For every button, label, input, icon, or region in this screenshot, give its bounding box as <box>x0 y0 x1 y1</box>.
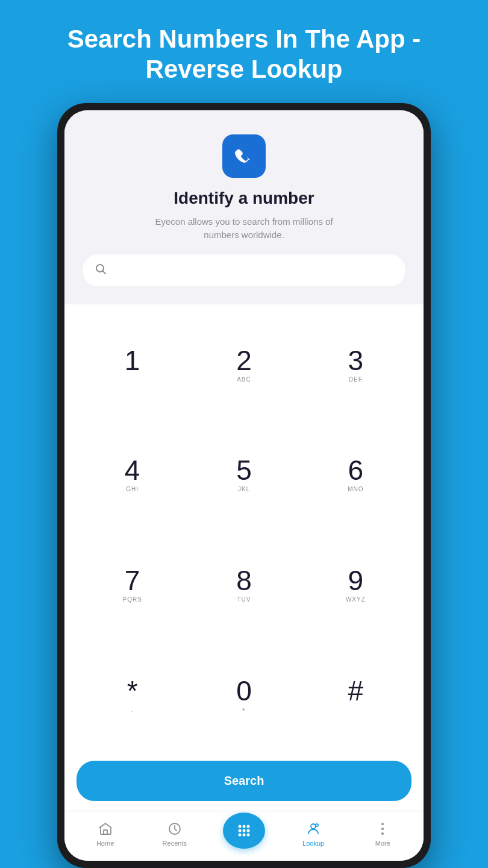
page-header: Search Numbers In The App - Reverse Look… <box>0 0 488 103</box>
dial-letters-8: TUV <box>237 596 251 605</box>
nav-item-lookup[interactable]: Lookup <box>292 821 334 847</box>
nav-item-dialpad-fab[interactable] <box>223 813 265 849</box>
dial-key-*[interactable]: *. <box>77 641 188 751</box>
dial-key-6[interactable]: 6MNO <box>300 421 411 531</box>
recents-label: Recents <box>163 840 187 847</box>
home-icon <box>98 821 113 837</box>
nav-item-recents[interactable]: Recents <box>154 821 196 847</box>
svg-rect-2 <box>104 830 107 834</box>
nav-item-home[interactable]: Home <box>84 821 127 847</box>
dial-key-7[interactable]: 7PQRS <box>77 530 188 641</box>
dial-number-9: 9 <box>348 567 364 594</box>
dial-letters-6: MNO <box>348 486 363 494</box>
dial-letters-5: JKL <box>238 486 250 494</box>
dial-number-2: 2 <box>236 347 252 374</box>
dial-number-8: 8 <box>236 567 252 594</box>
dial-key-4[interactable]: 4GHI <box>77 421 188 531</box>
dialpad-grid: 12ABC3DEF4GHI5JKL6MNO7PQRS8TUV9WXYZ*.0+# <box>77 310 411 751</box>
dial-number-5: 5 <box>236 456 252 484</box>
dial-key-2[interactable]: 2ABC <box>188 310 299 421</box>
dial-number-4: 4 <box>125 456 140 484</box>
app-icon <box>222 134 266 178</box>
more-label: More <box>375 840 390 847</box>
identify-subtitle: Eyecon allows you to search from million… <box>142 215 346 242</box>
svg-point-12 <box>246 834 249 837</box>
dial-key-5[interactable]: 5JKL <box>188 421 299 531</box>
dialpad-section: 12ABC3DEF4GHI5JKL6MNO7PQRS8TUV9WXYZ*.0+#… <box>64 304 424 811</box>
phone-screen: Identify a number Eyecon allows you to s… <box>64 110 424 861</box>
dial-letters-3: DEF <box>349 376 363 385</box>
dial-number-1: 1 <box>125 347 140 374</box>
dial-letters-*: . <box>131 706 134 715</box>
dial-letters-4: GHI <box>126 486 139 494</box>
dial-number-3: 3 <box>348 347 364 374</box>
screen-top: Identify a number Eyecon allows you to s… <box>64 110 424 304</box>
search-icon <box>95 263 107 278</box>
svg-point-10 <box>238 834 241 837</box>
dial-number-#: # <box>348 677 364 705</box>
dial-letters-9: WXYZ <box>346 596 366 605</box>
more-icon <box>375 821 390 837</box>
svg-point-8 <box>242 829 245 832</box>
identify-title: Identify a number <box>174 189 314 208</box>
dial-letters-2: ABC <box>237 376 251 385</box>
nav-item-more[interactable]: More <box>361 821 404 847</box>
dial-letters-0: + <box>242 706 246 715</box>
dial-number-0: 0 <box>236 677 252 705</box>
svg-point-4 <box>238 825 241 828</box>
search-button[interactable]: Search <box>77 761 411 801</box>
dial-number-7: 7 <box>125 567 140 594</box>
search-input[interactable] <box>113 264 393 277</box>
recents-icon <box>167 821 183 837</box>
dial-key-3[interactable]: 3DEF <box>300 310 411 421</box>
dialpad-fab-icon <box>235 822 253 840</box>
lookup-icon <box>305 821 321 837</box>
home-label: Home <box>96 840 114 847</box>
svg-point-9 <box>246 829 249 832</box>
svg-point-11 <box>242 834 245 837</box>
dial-key-9[interactable]: 9WXYZ <box>300 530 411 641</box>
svg-point-5 <box>242 825 245 828</box>
dial-letters-7: PQRS <box>122 596 142 605</box>
lookup-label: Lookup <box>302 840 324 847</box>
dial-number-6: 6 <box>348 456 364 484</box>
svg-point-7 <box>238 829 241 832</box>
dial-number-*: * <box>127 677 138 705</box>
dial-key-#[interactable]: # <box>300 641 411 751</box>
svg-point-6 <box>246 825 249 828</box>
phone-mockup: Identify a number Eyecon allows you to s… <box>57 103 431 868</box>
page-title: Search Numbers In The App - Reverse Look… <box>36 24 452 85</box>
dial-key-8[interactable]: 8TUV <box>188 530 299 641</box>
dial-key-1[interactable]: 1 <box>77 310 188 421</box>
bottom-nav: Home Recents <box>64 811 424 861</box>
svg-point-13 <box>311 824 316 829</box>
dial-key-0[interactable]: 0+ <box>188 641 299 751</box>
svg-line-1 <box>103 271 106 274</box>
search-input-container[interactable] <box>83 254 405 286</box>
